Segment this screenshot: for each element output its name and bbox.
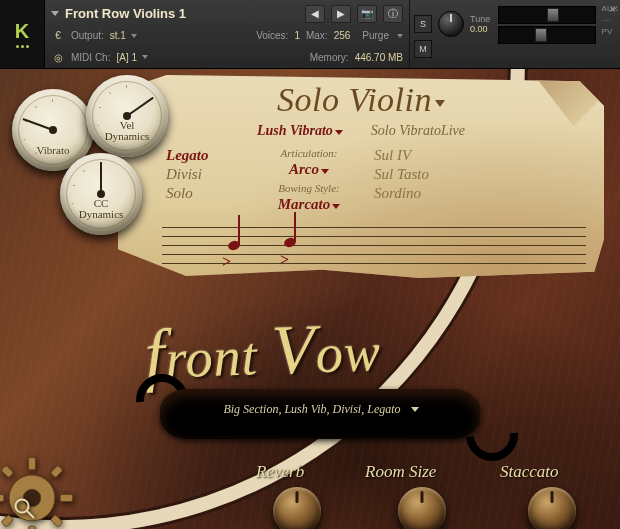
tune-label: Tune bbox=[470, 14, 490, 24]
instrument-title-select[interactable]: Solo Violin bbox=[118, 75, 604, 119]
vibrato-mode: Lush Vibrato bbox=[257, 123, 333, 138]
parchment-panel: Solo Violin Lush Vibrato Solo VibratoLiv… bbox=[118, 75, 604, 280]
cc-dynamics-gauge-label: CCDynamics bbox=[60, 198, 142, 221]
voices-max[interactable]: 256 bbox=[334, 30, 351, 41]
svg-line-11 bbox=[27, 511, 34, 518]
staccato-knob[interactable] bbox=[528, 487, 576, 529]
patch-name: Front Row Violins 1 bbox=[65, 6, 186, 21]
preset-text: Big Section, Lush Vib, Divisi, Legato bbox=[223, 402, 400, 417]
reverb-knob[interactable] bbox=[273, 487, 321, 529]
solo-button[interactable]: S bbox=[414, 15, 432, 33]
room-size-label: Room Size bbox=[365, 462, 436, 482]
vibrato-alt[interactable]: Solo VibratoLive bbox=[371, 123, 465, 139]
disclosure-icon[interactable] bbox=[51, 11, 59, 16]
staccato-label: Staccato bbox=[500, 462, 559, 482]
cc-dynamics-gauge[interactable]: CCDynamics bbox=[60, 153, 142, 235]
pv-label[interactable]: PV bbox=[602, 27, 618, 36]
articulation-select[interactable]: Arco bbox=[289, 161, 329, 178]
meter-area bbox=[494, 0, 599, 68]
accent-mark-icon: > bbox=[222, 253, 231, 271]
output-label: Output: bbox=[71, 30, 104, 41]
output-icon: € bbox=[51, 30, 65, 41]
play-mode-col: Legato Divisi Solo bbox=[166, 147, 244, 202]
header-row-title: Front Row Violins 1 ◀ ▶ 📷 ⓘ bbox=[45, 0, 409, 25]
accent-mark-icon: > bbox=[280, 251, 289, 269]
svg-rect-4 bbox=[0, 494, 4, 501]
vibrato-gauge-label: Vibrato bbox=[12, 145, 94, 157]
note-stem bbox=[238, 215, 240, 245]
purge-label[interactable]: Purge bbox=[362, 30, 389, 41]
midi-value: [A] 1 bbox=[116, 52, 137, 63]
tune-readout: Tune 0.00 bbox=[470, 14, 490, 34]
svg-rect-5 bbox=[60, 494, 72, 501]
chevron-down-icon bbox=[397, 34, 403, 38]
voices-max-label: Max: bbox=[306, 30, 328, 41]
vibrato-row: Lush Vibrato Solo VibratoLive bbox=[118, 123, 604, 139]
brand-dots bbox=[16, 45, 29, 48]
voices-label: Voices: bbox=[256, 30, 288, 41]
svg-rect-6 bbox=[1, 465, 13, 477]
svg-rect-7 bbox=[50, 515, 62, 527]
output-value: st.1 bbox=[110, 30, 126, 41]
room-size-knob[interactable] bbox=[398, 487, 446, 529]
mute-button[interactable]: M bbox=[414, 40, 432, 58]
snapshot-icon[interactable]: 📷 bbox=[357, 5, 377, 23]
opt-sordino[interactable]: Sordino bbox=[374, 185, 421, 202]
note-icon[interactable] bbox=[283, 236, 297, 248]
kontakt-header: × K Front Row Violins 1 ◀ ▶ 📷 ⓘ € Output… bbox=[0, 0, 620, 69]
header-main: Front Row Violins 1 ◀ ▶ 📷 ⓘ € Output: st… bbox=[45, 0, 409, 68]
memory-value: 446.70 MB bbox=[355, 52, 403, 63]
tune-knob[interactable] bbox=[438, 11, 464, 37]
chevron-down-icon bbox=[142, 55, 148, 59]
svg-rect-2 bbox=[28, 458, 35, 470]
note-icon[interactable] bbox=[227, 239, 241, 251]
instrument-title: Solo Violin bbox=[277, 81, 432, 118]
vel-dynamics-gauge[interactable]: VelDynamics bbox=[86, 75, 168, 157]
close-icon[interactable]: × bbox=[610, 3, 616, 15]
info-icon[interactable]: ⓘ bbox=[383, 5, 403, 23]
vibrato-mode-select[interactable]: Lush Vibrato bbox=[257, 123, 343, 139]
music-staff: > > bbox=[162, 221, 586, 273]
opt-sul-iv[interactable]: Sul IV bbox=[374, 147, 411, 164]
reverb-label: Reverb bbox=[256, 462, 304, 482]
opt-sul-tasto[interactable]: Sul Tasto bbox=[374, 166, 429, 183]
articulation-value: Arco bbox=[289, 161, 319, 177]
prev-patch-button[interactable]: ◀ bbox=[305, 5, 325, 23]
tune-value[interactable]: 0.00 bbox=[470, 24, 490, 34]
bowing-value: Marcato bbox=[278, 196, 331, 212]
mode-row: Legato Divisi Solo Articulation: Arco Bo… bbox=[118, 139, 604, 213]
header-right: S Tune 0.00 M AUX — PV bbox=[409, 0, 620, 68]
mode-divisi[interactable]: Divisi bbox=[166, 166, 244, 183]
chevron-down-icon bbox=[335, 130, 343, 135]
brand-tile: K bbox=[0, 0, 45, 68]
string-position-col: Sul IV Sul Tasto Sordino bbox=[374, 147, 452, 202]
svg-point-10 bbox=[16, 500, 29, 513]
brand-letter: K bbox=[15, 20, 29, 43]
bowing-select[interactable]: Marcato bbox=[278, 196, 341, 213]
chevron-down-icon bbox=[321, 169, 329, 174]
chevron-down-icon bbox=[411, 407, 419, 412]
header-row-midi: ◎ MIDI Ch: [A] 1 Memory: 446.70 MB bbox=[45, 47, 409, 68]
chevron-down-icon bbox=[332, 204, 340, 209]
pan-slider[interactable] bbox=[498, 26, 595, 44]
midi-label: MIDI Ch: bbox=[71, 52, 110, 63]
mode-legato[interactable]: Legato bbox=[166, 147, 244, 164]
mode-solo[interactable]: Solo bbox=[166, 185, 244, 202]
chevron-down-icon bbox=[435, 100, 445, 107]
articulation-label: Articulation: bbox=[281, 147, 338, 159]
svg-rect-8 bbox=[50, 465, 62, 477]
midi-icon: ◎ bbox=[51, 52, 65, 63]
solo-mute-col: S Tune 0.00 M bbox=[410, 0, 494, 68]
chevron-down-icon bbox=[131, 34, 137, 38]
midi-select[interactable]: [A] 1 bbox=[116, 52, 148, 63]
search-icon[interactable] bbox=[12, 496, 36, 520]
vel-dynamics-gauge-label: VelDynamics bbox=[86, 120, 168, 143]
preset-select[interactable]: Big Section, Lush Vib, Divisi, Legato bbox=[190, 402, 452, 417]
voices-current: 1 bbox=[294, 30, 300, 41]
next-patch-button[interactable]: ▶ bbox=[331, 5, 351, 23]
memory-label: Memory: bbox=[310, 52, 349, 63]
articulation-col: Articulation: Arco Bowing Style: Marcato bbox=[270, 147, 348, 213]
output-select[interactable]: st.1 bbox=[110, 30, 137, 41]
volume-slider[interactable] bbox=[498, 6, 595, 24]
note-stem bbox=[294, 212, 296, 242]
